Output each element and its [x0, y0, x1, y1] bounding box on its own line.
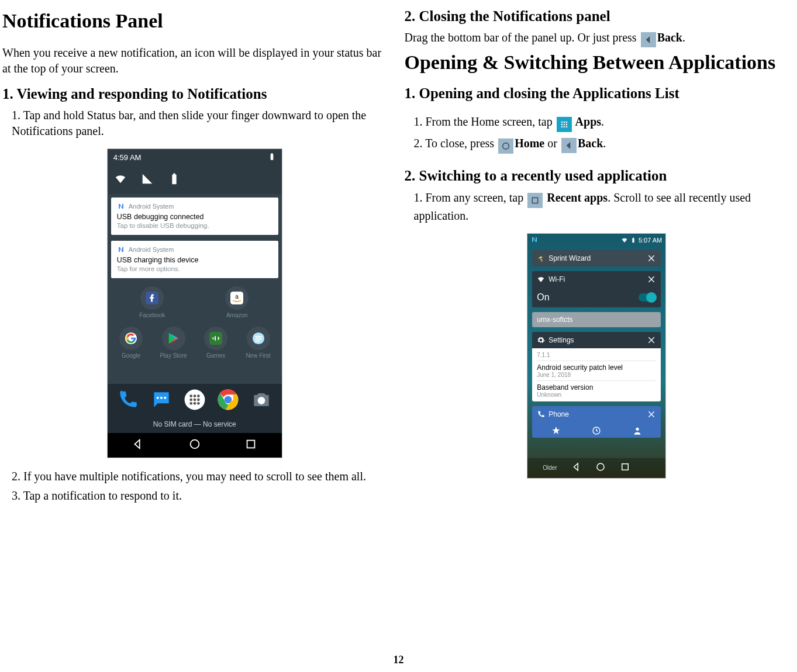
svg-point-18: [197, 402, 200, 405]
text-back-label: Back: [578, 137, 603, 150]
phone-icon: [116, 389, 139, 411]
settings-baseband-val: Unknown: [537, 392, 656, 398]
status-battery-icon: [268, 153, 276, 162]
svg-point-26: [565, 122, 567, 123]
tile-label: New First: [246, 352, 270, 359]
svg-text:a: a: [235, 293, 239, 300]
svg-point-11: [193, 394, 196, 397]
star-icon: [551, 426, 561, 435]
step-tap-recent-apps: 1. From any screen, tap Recent apps. Scr…: [405, 190, 789, 224]
settings-baseband-title: Baseband version: [537, 383, 656, 392]
settings-patch-title: Android security patch level: [537, 363, 656, 372]
screenshot-recent-apps: 5:07 AM Sprint Wizard Wi-Fi On umx-softc…: [527, 233, 666, 479]
heading-closing-panel: 2. Closing the Notifications panel: [405, 7, 789, 25]
tile-label: Facebook: [139, 312, 165, 318]
notification-card-2-app: Android System: [129, 246, 174, 253]
back-icon: [641, 32, 656, 47]
step-tap-notification: 3. Tap a notification to respond to it.: [2, 488, 387, 504]
messages-icon: [150, 389, 172, 411]
intro-paragraph: When you receive a new notification, an …: [2, 45, 387, 77]
home-icon-row-2: Google Play Store Games New First: [108, 321, 282, 361]
svg-point-24: [561, 122, 563, 123]
home-tile-new-first: New First: [241, 327, 275, 359]
closing-text-a: Drag the bottom bar of the panel up. Or …: [405, 31, 640, 44]
recent-card-phone: Phone: [532, 406, 661, 438]
closing-text-back: Back: [657, 31, 682, 44]
settings-version: 7.1.1: [537, 352, 656, 358]
svg-point-10: [189, 394, 192, 397]
svg-point-15: [197, 399, 200, 401]
svg-point-22: [190, 440, 199, 449]
left-column: Notifications Panel When you receive a n…: [0, 0, 398, 625]
recent-card-settings: Settings 7.1.1 Android security patch le…: [532, 332, 661, 401]
step-scroll-notifications: 2. If you have multiple notifications, y…: [2, 469, 387, 484]
svg-point-36: [636, 427, 639, 430]
clock-icon: [592, 426, 601, 435]
wifi-toggle: [639, 293, 656, 302]
mini-status-bar: 5:07 AM: [527, 234, 665, 247]
system-nav-bar: [108, 433, 282, 458]
quick-settings-row: [108, 166, 282, 194]
svg-point-16: [189, 402, 192, 405]
card-title: Sprint Wizard: [548, 254, 591, 262]
text-fragment: or: [544, 137, 560, 150]
svg-point-14: [193, 399, 196, 401]
svg-point-25: [563, 122, 565, 123]
svg-point-6: [156, 397, 158, 399]
nav-recents-icon: [244, 438, 257, 453]
close-icon: [647, 275, 656, 284]
nav-recents-icon: [620, 462, 630, 474]
svg-point-17: [193, 402, 196, 405]
closing-text-c: .: [682, 31, 685, 44]
card-title: Phone: [548, 410, 569, 418]
tile-label: Google: [122, 352, 140, 359]
card-title: umx-softcts: [537, 316, 572, 324]
text-fragment: .: [603, 137, 606, 150]
settings-patch-date: June 1, 2018: [537, 372, 656, 378]
camera-icon: [250, 389, 272, 411]
svg-point-32: [565, 126, 567, 128]
back-icon: [561, 138, 577, 153]
card-title: Settings: [548, 336, 574, 344]
notification-card-1-sub: Tap to disable USB debugging.: [117, 222, 272, 229]
close-icon: [647, 335, 656, 345]
svg-point-7: [160, 397, 162, 399]
text-fragment: .: [601, 115, 604, 128]
recent-card-sprint-wizard: Sprint Wizard: [532, 250, 661, 266]
svg-rect-23: [247, 441, 255, 448]
wifi-icon: [537, 275, 545, 283]
home-tile-amazon: a Amazon: [220, 286, 254, 318]
screenshot-notifications-panel: 4:59 AM Android System USB debugging con…: [107, 148, 282, 458]
status-time: 4:59 AM: [113, 153, 142, 162]
recent-apps-icon: [527, 193, 543, 208]
closing-panel-body: Drag the bottom bar of the panel up. Or …: [405, 30, 789, 47]
notification-card-1: Android System USB debugging connected T…: [111, 198, 278, 235]
wifi-state: On: [537, 292, 549, 303]
heading-switch-recent: 2. Switching to a recently used applicat…: [405, 167, 789, 185]
apps-icon: [184, 389, 206, 411]
svg-point-13: [189, 399, 192, 401]
heading-opening-switching: Opening & Switching Between Applications: [405, 51, 789, 75]
notification-card-2-sub: Tap for more options.: [117, 265, 272, 272]
notification-card-2: Android System USB charging this device …: [111, 241, 278, 278]
svg-point-30: [561, 126, 563, 128]
sprint-icon: [537, 254, 545, 262]
status-time: 5:07 AM: [639, 237, 662, 244]
notification-card-2-title: USB charging this device: [117, 256, 272, 264]
close-icon: [647, 410, 656, 419]
heading-open-close-apps: 1. Opening and closing the Applications …: [405, 84, 789, 102]
svg-point-8: [164, 397, 166, 399]
svg-point-27: [561, 124, 563, 126]
nav-home-icon: [595, 462, 606, 474]
phone-tabs: [532, 424, 661, 438]
nav-back-icon: [571, 462, 582, 474]
text-fragment: 2. To close, press: [414, 137, 498, 150]
notification-card-1-title: USB debugging connected: [117, 213, 272, 221]
step-open-apps-list: 1. From the Home screen, tap Apps.: [405, 114, 789, 132]
home-tile-play-store: Play Store: [157, 327, 191, 359]
gear-icon: [537, 336, 545, 344]
tile-label: Games: [206, 352, 225, 359]
system-nav-bar: Older: [527, 458, 665, 478]
svg-point-37: [597, 463, 604, 470]
home-icon-row-1: Facebook a Amazon: [108, 280, 282, 321]
